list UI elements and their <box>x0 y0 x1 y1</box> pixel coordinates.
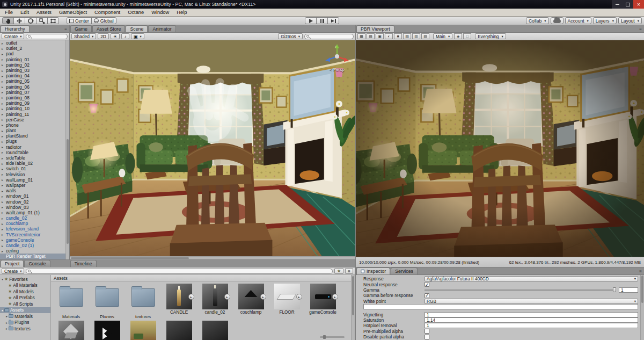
hierarchy-item[interactable]: ▸ plugs <box>0 139 65 144</box>
layers-button[interactable]: Layers▾ <box>593 17 617 24</box>
expand-arrow-icon[interactable]: ▸ <box>2 172 5 176</box>
scene-orientation-gizmo[interactable]: y < Persp <box>322 42 352 72</box>
panel-menu-icon[interactable]: ≡ <box>639 27 642 32</box>
hierarchy-item[interactable]: ▸ sideTable <box>0 155 65 161</box>
favorites-item[interactable]: ★ All Scripts <box>0 301 50 307</box>
project-folder-item[interactable]: ▸ textures <box>0 325 50 332</box>
expand-arrow-icon[interactable]: ▸ <box>2 200 5 204</box>
hierarchy-item[interactable]: ▸ painting_02 <box>0 62 65 68</box>
expand-arrow-icon[interactable]: ▸ <box>2 222 5 226</box>
scene-3d-view[interactable] <box>70 40 355 256</box>
expand-arrow-icon[interactable]: ▸ <box>2 47 5 50</box>
hierarchy-item[interactable]: ▸ penCase <box>0 117 65 122</box>
expand-arrow-icon[interactable]: ▸ <box>2 233 5 236</box>
viewport-tool-icon[interactable]: □ <box>463 33 471 39</box>
expand-arrow-icon[interactable]: ▸ <box>2 74 5 78</box>
viewport-tool-icon[interactable]: ▤ <box>367 33 375 39</box>
hierarchy-item[interactable]: ▸ walls <box>0 188 65 193</box>
pivot-toggle-button[interactable]: Center <box>67 17 92 24</box>
hierarchy-scrollbar[interactable] <box>65 40 69 259</box>
expand-arrow-icon[interactable]: ▸ <box>2 85 5 89</box>
close-button[interactable]: × <box>633 0 644 9</box>
hotpixel-removal-field[interactable]: 1 <box>425 323 638 328</box>
hierarchy-item[interactable]: ▸ outlet <box>0 40 65 46</box>
move-tool-button[interactable] <box>13 17 25 24</box>
premultiplied-alpha-checkbox[interactable] <box>425 329 429 334</box>
scrollbar-thumb[interactable] <box>67 139 69 244</box>
pause-button[interactable] <box>316 17 328 24</box>
collab-button[interactable]: Collab▾ <box>526 17 549 24</box>
expand-arrow-icon[interactable]: ▸ <box>2 41 5 45</box>
vignetting-field[interactable]: 1 <box>425 312 638 317</box>
scene-viewport[interactable]: y < Persp <box>70 40 355 256</box>
tab-game[interactable]: Game <box>70 25 92 32</box>
hierarchy-create-button[interactable]: Create▾ <box>2 33 24 39</box>
hidden-packages-button[interactable]: ≡ <box>345 268 353 274</box>
inspector-scrollbar[interactable] <box>640 275 644 340</box>
gamma-before-response-checkbox[interactable] <box>425 293 429 298</box>
expand-arrow-icon[interactable]: ▸ <box>2 205 5 209</box>
hierarchy-item[interactable]: ▸ painting_04 <box>0 73 65 78</box>
unity-logo-thumbnail[interactable] <box>94 321 120 340</box>
hierarchy-selected-item[interactable]: PBR Render Target <box>0 254 65 259</box>
cloud-button[interactable] <box>551 17 564 24</box>
hierarchy-item[interactable]: ▸ ceiling <box>0 248 65 254</box>
gamma-slider[interactable] <box>425 290 616 291</box>
disable-partial-alpha-checkbox[interactable] <box>425 335 429 339</box>
hierarchy-item[interactable]: ▸ painting_05 <box>0 78 65 84</box>
expand-arrow-icon[interactable]: ▸ <box>2 162 5 165</box>
expand-arrow-icon[interactable]: ▸ <box>2 167 5 171</box>
asset-item[interactable]: ▸ gameConsole <box>305 284 341 318</box>
hierarchy-item[interactable]: ▸ painting_11 <box>0 111 65 117</box>
hierarchy-item[interactable]: ▸ window_03 <box>0 205 65 210</box>
lighting-toggle-button[interactable]: ☀ <box>111 33 120 39</box>
pbr-render-view[interactable] <box>356 40 644 257</box>
viewport-tool-icon[interactable]: ▨ <box>421 33 429 39</box>
project-folder-item[interactable]: ▸ Plugins <box>0 320 50 326</box>
asset-item[interactable]: ▸ candle_02 <box>197 284 233 318</box>
menu-item[interactable]: Help <box>173 10 191 15</box>
expand-arrow-icon[interactable]: ▸ <box>2 178 5 182</box>
viewport-tool-icon[interactable]: ▣ <box>376 33 384 39</box>
hierarchy-item[interactable]: ▸ painting_09 <box>0 100 65 106</box>
hierarchy-item[interactable]: ▸ television_stand <box>0 226 65 232</box>
scrollbar-thumb[interactable] <box>641 276 643 303</box>
hand-tool-button[interactable] <box>2 17 14 24</box>
viewport-tool-icon[interactable]: ▦ <box>357 33 365 39</box>
menu-item[interactable]: Octane <box>124 10 148 15</box>
expand-badge-icon[interactable]: ▸ <box>188 294 194 300</box>
favorites-root[interactable]: ▾ ★ Favorites <box>0 276 50 283</box>
viewport-tool-icon[interactable]: ■ <box>394 33 402 39</box>
expand-arrow-icon[interactable]: ▸ <box>2 134 5 138</box>
saturation-field[interactable]: 1.14 <box>425 317 638 323</box>
hierarchy-item[interactable]: ▸ outlet_2 <box>0 46 65 51</box>
tab-scene[interactable]: Scene <box>126 25 148 32</box>
hierarchy-item[interactable]: ▸ roundTable <box>0 150 65 155</box>
expand-arrow-icon[interactable]: ▸ <box>2 118 5 121</box>
texture-thumbnail[interactable] <box>130 321 156 340</box>
expand-arrow-icon[interactable]: ▸ <box>2 238 5 242</box>
menu-item[interactable]: Edit <box>17 10 33 15</box>
expand-arrow-icon[interactable]: ▸ <box>2 123 5 127</box>
hierarchy-item[interactable]: ▸ wallLamp_01 (1) <box>0 210 65 215</box>
expand-badge-icon[interactable]: ▸ <box>260 294 266 300</box>
favorite-filter-button[interactable]: ★ <box>334 268 343 274</box>
expand-arrow-icon[interactable]: ▸ <box>2 107 5 111</box>
expand-arrow-icon[interactable]: ▸ <box>2 57 5 61</box>
hierarchy-item[interactable]: ▸ couchlamp <box>0 221 65 226</box>
viewport-tool-icon[interactable]: ▧ <box>403 33 411 39</box>
slider-thumb[interactable] <box>613 287 616 292</box>
tab-console[interactable]: Console <box>24 260 50 267</box>
scrollbar-thumb[interactable] <box>71 257 189 259</box>
hierarchy-item[interactable]: ▸ painting_10 <box>0 106 65 111</box>
expand-arrow-icon[interactable]: ▸ <box>2 145 5 149</box>
play-button[interactable] <box>305 17 317 24</box>
tab-asset-store[interactable]: Asset Store <box>92 25 125 32</box>
expand-arrow-icon[interactable]: ▸ <box>2 189 5 193</box>
hierarchy-item[interactable]: ▸ plantStand <box>0 133 65 139</box>
expand-arrow-icon[interactable]: ▸ <box>2 150 5 154</box>
rotate-tool-button[interactable] <box>25 17 36 24</box>
thumbnail-size-slider[interactable] <box>320 336 345 338</box>
space-toggle-button[interactable]: Global <box>91 17 116 24</box>
asset-item[interactable]: ▸ CANDLE <box>161 284 197 318</box>
